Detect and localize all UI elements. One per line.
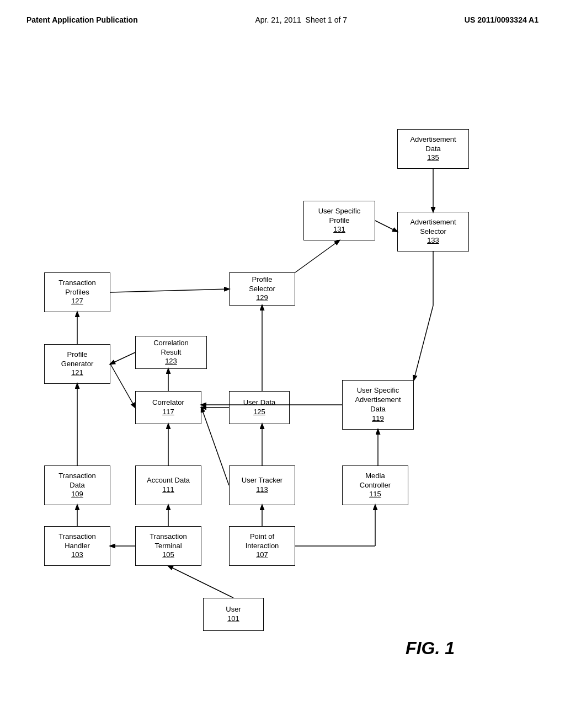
page-header: Patent Application Publication Apr. 21, …: [0, 0, 565, 24]
header-center: Apr. 21, 2011 Sheet 1 of 7: [255, 15, 347, 24]
box-media-controller: MediaController 115: [342, 465, 408, 505]
svg-line-24: [110, 364, 135, 408]
box-transaction-profiles: TransactionProfiles 127: [44, 272, 110, 312]
box-advertisement-selector: AdvertisementSelector 133: [397, 212, 469, 251]
box-account-data: Account Data 111: [135, 465, 201, 505]
diagram-area: User 101 TransactionHandler 103 Transact…: [0, 30, 565, 692]
box-user-data: User Data 125: [229, 391, 290, 424]
svg-line-23: [414, 306, 433, 380]
svg-line-16: [110, 352, 135, 364]
box-profile-selector: ProfileSelector 129: [229, 272, 295, 306]
svg-line-10: [201, 408, 229, 485]
box-correlator: Correlator 117: [135, 391, 201, 424]
box-user-specific-profile: User SpecificProfile 131: [303, 201, 375, 240]
box-transaction-data: TransactionData 109: [44, 465, 110, 505]
box-correlation-result: CorrelationResult 123: [135, 336, 207, 369]
svg-line-18: [110, 289, 229, 292]
svg-line-19: [295, 240, 339, 272]
box-user: User 101: [203, 598, 264, 631]
box-user-specific-ad-data: User SpecificAdvertisementData 119: [342, 380, 414, 430]
svg-line-20: [375, 221, 397, 232]
box-transaction-handler: TransactionHandler 103: [44, 526, 110, 566]
fig-label: FIG. 1: [406, 638, 455, 659]
box-transaction-terminal: TransactionTerminal 105: [135, 526, 201, 566]
box-profile-generator: ProfileGenerator 121: [44, 344, 110, 384]
header-right: US 2011/0093324 A1: [465, 15, 539, 24]
box-advertisement-data: AdvertisementData 135: [397, 129, 469, 169]
box-point-of-interaction: Point ofInteraction 107: [229, 526, 295, 566]
box-user-tracker: User Tracker 113: [229, 465, 295, 505]
svg-line-0: [168, 566, 233, 598]
header-left: Patent Application Publication: [26, 15, 138, 24]
